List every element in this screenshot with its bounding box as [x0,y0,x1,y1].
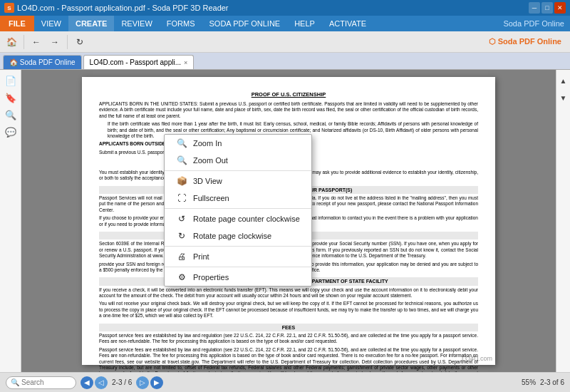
zoom-level: 55% [522,378,536,386]
menu-activate[interactable]: ACTIVATE [322,16,373,31]
toolbar: 🏠 ← → ↻ ⬡ Soda PDF Online [0,31,570,53]
print-icon: 🖨 [176,252,187,262]
rotate-ccw-icon: ↺ [176,214,187,224]
watermark: LO4D.com [462,355,492,363]
menu-help[interactable]: HELP [287,16,322,31]
sidebar-pages-icon[interactable]: 📄 [3,73,19,88]
main-area: 📄 🔖 🔍 💬 PROOF OF U.S. CITIZENSHIP APPLIC… [0,70,570,372]
ctx-separator-3 [165,246,311,247]
zoom-out-icon: 🔍 [176,155,187,165]
tab-home-label: 🏠 Soda PDF Online [9,58,76,66]
menu-right-label: Soda PDF Online [503,16,570,31]
pdf-area[interactable]: PROOF OF U.S. CITIZENSHIP APPLICANTS BOR… [21,70,556,372]
ctx-3d-view[interactable]: 📦 3D View [165,172,311,190]
fees-section: FEES Passport service fees are establish… [99,324,478,372]
properties-icon: ⚙ [176,272,187,282]
rotate-cw-icon: ↻ [176,231,187,241]
home-button[interactable]: 🏠 [3,33,20,51]
titlebar-controls: ─ □ ✕ [529,2,566,14]
citizenship-title: PROOF OF U.S. CITIZENSHIP [99,91,478,98]
toolbar-separator-2 [67,35,68,49]
bottombar: 🔍 ◀ ◁ 2-3 / 6 ▷ ▶ 55% 2-3 of 6 [0,372,570,392]
close-button[interactable]: ✕ [554,2,566,14]
titlebar-title: LO4D.com - Passport application.pdf - So… [17,4,229,12]
menu-create[interactable]: CREATE [68,16,114,31]
titlebar: S LO4D.com - Passport application.pdf - … [0,0,570,16]
tab-home[interactable]: 🏠 Soda PDF Online [3,55,82,69]
ctx-zoom-out-label: Zoom Out [193,156,228,165]
ctx-separator-4 [165,267,311,267]
page-info: 2-3 / 6 [109,378,135,386]
sidebar-bookmarks-icon[interactable]: 🔖 [3,90,19,105]
fullscreen-icon: ⛶ [176,193,187,203]
prev-small-button[interactable]: ◁ [95,376,108,389]
soda-logo: ⬡ Soda PDF Online [483,37,567,46]
ctx-fullscreen[interactable]: ⛶ Fullscreen [165,190,311,207]
back-button[interactable]: ← [28,33,45,51]
ctx-zoom-in[interactable]: 🔍 Zoom In [165,135,311,152]
next-small-button[interactable]: ▷ [136,376,149,389]
right-sidebar-icon-1[interactable]: ▲ [556,73,571,88]
tab-close-button[interactable]: × [184,59,187,66]
app-icon: S [4,3,14,13]
tab-document[interactable]: LO4D.com - Passport appli... × [83,55,195,69]
ctx-properties-label: Properties [193,273,229,282]
left-sidebar: 📄 🔖 🔍 💬 [0,70,21,372]
menu-file[interactable]: FILE [0,16,34,31]
ctx-print[interactable]: 🖨 Print [165,248,311,265]
menubar: FILE VIEW CREATE REVIEW FORMS SODA PDF O… [0,16,570,31]
tab-document-label: LO4D.com - Passport appli... [90,58,181,66]
ctx-separator-1 [165,170,311,171]
prev-page-button[interactable]: ◀ [81,376,93,389]
page-display: 2-3 of 6 [540,378,564,386]
search-input[interactable] [21,378,71,386]
menu-review[interactable]: REVIEW [114,16,159,31]
minimize-button[interactable]: ─ [529,2,540,14]
ctx-rotate-ccw[interactable]: ↺ Rotate page counter clockwise [165,210,311,227]
ctx-properties[interactable]: ⚙ Properties [165,269,311,286]
ctx-3d-label: 3D View [193,177,222,185]
citizenship-text: APPLICANTS BORN IN THE UNITED STATES: Su… [99,101,478,119]
ctx-separator-2 [165,208,311,209]
context-menu: 🔍 Zoom In 🔍 Zoom Out 📦 3D View ⛶ Fullscr… [164,134,312,287]
search-box[interactable]: 🔍 [6,376,76,389]
refresh-button[interactable]: ↻ [71,33,88,51]
fees-text: Passport service fees are established by… [99,333,478,345]
zoom-in-icon: 🔍 [176,138,187,148]
forward-button[interactable]: → [46,33,63,51]
ctx-rotate-cw[interactable]: ↻ Rotate page clockwise [165,227,311,244]
fees-title: FEES [99,324,478,331]
sidebar-search-icon[interactable]: 🔍 [3,107,19,123]
3d-icon: 📦 [176,176,187,186]
right-sidebar-icon-2[interactable]: ▼ [556,90,571,105]
sidebar-comment-icon[interactable]: 💬 [3,124,19,140]
ctx-print-label: Print [193,252,209,261]
menu-view[interactable]: VIEW [34,16,68,31]
ctx-rotate-ccw-label: Rotate page counter clockwise [193,215,300,223]
next-page-button[interactable]: ▶ [150,376,163,389]
ctx-zoom-in-label: Zoom In [193,139,222,148]
search-icon: 🔍 [11,378,19,386]
menu-soda-online[interactable]: SODA PDF ONLINE [202,16,288,31]
tabbar: 🏠 Soda PDF Online LO4D.com - Passport ap… [0,53,570,70]
ctx-zoom-out[interactable]: 🔍 Zoom Out [165,152,311,169]
titlebar-left: S LO4D.com - Passport application.pdf - … [4,3,229,13]
maximize-button[interactable]: □ [542,2,553,14]
toolbar-separator-1 [24,35,24,49]
menu-forms[interactable]: FORMS [160,16,202,31]
ctx-rotate-cw-label: Rotate page clockwise [193,232,271,240]
nav-buttons: ◀ ◁ 2-3 / 6 ▷ ▶ [81,376,163,389]
ctx-fullscreen-label: Fullscreen [193,194,229,202]
right-sidebar: ▲ ▼ [556,70,570,372]
